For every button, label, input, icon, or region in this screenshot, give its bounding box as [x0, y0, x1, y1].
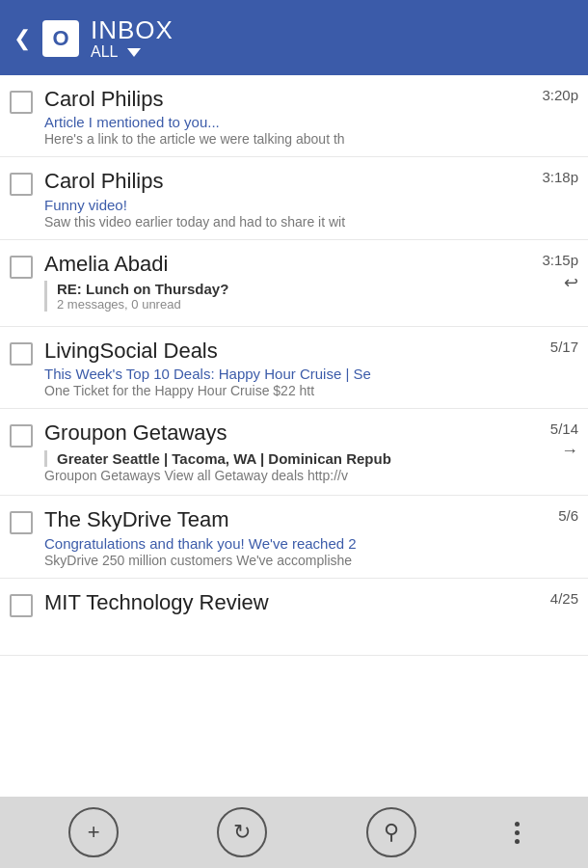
search-icon: ⚲	[384, 820, 399, 845]
more-dot-icon	[515, 839, 520, 844]
email-time: 5/6	[558, 507, 578, 524]
email-meta: 3:20p	[542, 87, 578, 103]
email-thread-box: Greater Seattle | Tacoma, WA | Dominican…	[44, 450, 545, 467]
email-content: Carol Philips Funny video! Saw this vide…	[44, 169, 536, 229]
refresh-button[interactable]: ↻	[217, 807, 267, 857]
email-item[interactable]: Carol Philips Article I mentioned to you…	[0, 75, 588, 157]
email-preview: Here's a link to the article we were tal…	[44, 131, 536, 147]
email-item[interactable]: The SkyDrive Team Congratulations and th…	[0, 496, 588, 578]
subtitle-caret-icon	[127, 48, 141, 57]
email-item[interactable]: Carol Philips Funny video! Saw this vide…	[0, 157, 588, 239]
email-checkbox[interactable]	[10, 342, 33, 366]
inbox-subtitle[interactable]: ALL	[91, 43, 174, 61]
compose-button[interactable]: +	[68, 807, 119, 857]
email-content: Amelia Abadi RE: Lunch on Thursday? 2 me…	[44, 252, 536, 312]
more-menu-button[interactable]	[515, 822, 520, 844]
inbox-title: INBOX	[91, 16, 174, 44]
email-meta: 5/6	[558, 507, 578, 524]
refresh-icon: ↻	[233, 820, 251, 845]
email-subject: This Week's Top 10 Deals: Happy Hour Cru…	[44, 366, 545, 382]
email-item[interactable]: MIT Technology Review 4/25	[0, 579, 588, 656]
email-checkbox[interactable]	[10, 594, 33, 617]
email-item[interactable]: LivingSocial Deals This Week's Top 10 De…	[0, 327, 588, 409]
back-button[interactable]: ❮	[13, 26, 31, 51]
email-time: 3:15p	[542, 252, 578, 268]
header-text: INBOX ALL	[91, 16, 174, 62]
bottom-toolbar: + ↻ ⚲	[0, 797, 588, 868]
email-meta: 4/25	[550, 590, 578, 607]
email-thread-box: RE: Lunch on Thursday? 2 messages, 0 unr…	[44, 281, 536, 312]
email-subject: Congratulations and thank you! We've rea…	[44, 535, 552, 552]
email-meta: 5/14 →	[550, 420, 578, 461]
header: ❮ O INBOX ALL	[0, 0, 588, 75]
email-thread-subject: Greater Seattle | Tacoma, WA | Dominican…	[57, 450, 545, 467]
email-list: Carol Philips Article I mentioned to you…	[0, 75, 588, 797]
email-sender: Amelia Abadi	[44, 252, 536, 277]
email-sender: LivingSocial Deals	[44, 339, 545, 364]
email-meta: 3:15p ↩	[542, 252, 578, 293]
email-item[interactable]: Amelia Abadi RE: Lunch on Thursday? 2 me…	[0, 240, 588, 327]
email-content: MIT Technology Review	[44, 590, 545, 618]
search-button[interactable]: ⚲	[366, 807, 416, 857]
email-subject: Article I mentioned to you...	[44, 114, 536, 130]
email-time: 5/14	[550, 420, 578, 437]
email-preview: Groupon Getaways View all Getaway deals …	[44, 468, 545, 483]
more-dot-icon	[515, 822, 520, 827]
email-checkbox[interactable]	[10, 91, 33, 114]
email-content: The SkyDrive Team Congratulations and th…	[44, 507, 552, 567]
reply-arrow-icon: ↩	[564, 272, 578, 293]
email-thread-info: 2 messages, 0 unread	[57, 297, 536, 312]
forward-arrow-icon: →	[561, 441, 578, 461]
email-checkbox[interactable]	[10, 424, 33, 448]
email-time: 4/25	[550, 590, 578, 607]
email-thread-subject: RE: Lunch on Thursday?	[57, 281, 536, 297]
email-time: 5/17	[550, 339, 578, 355]
more-dot-icon	[515, 830, 520, 835]
email-checkbox[interactable]	[10, 256, 33, 279]
outlook-letter: O	[52, 26, 68, 51]
email-sender: The SkyDrive Team	[44, 507, 552, 532]
email-preview: SkyDrive 250 million customers We've acc…	[44, 553, 552, 568]
email-meta: 3:18p	[542, 169, 578, 185]
email-content: LivingSocial Deals This Week's Top 10 De…	[44, 339, 545, 398]
email-preview: One Ticket for the Happy Hour Cruise $22…	[44, 383, 545, 398]
email-checkbox[interactable]	[10, 511, 33, 534]
compose-icon: +	[88, 820, 100, 845]
email-time: 3:18p	[542, 169, 578, 185]
email-item[interactable]: Groupon Getaways Greater Seattle | Tacom…	[0, 409, 588, 496]
email-subject: Funny video!	[44, 197, 536, 213]
email-meta: 5/17	[550, 339, 578, 355]
email-time: 3:20p	[542, 87, 578, 103]
email-preview: Saw this video earlier today and had to …	[44, 214, 536, 230]
email-sender: Carol Philips	[44, 169, 536, 194]
email-checkbox[interactable]	[10, 173, 33, 196]
email-sender: MIT Technology Review	[44, 590, 545, 615]
email-sender: Groupon Getaways	[44, 420, 545, 446]
email-content: Groupon Getaways Greater Seattle | Tacom…	[44, 420, 545, 482]
email-content: Carol Philips Article I mentioned to you…	[44, 87, 536, 147]
outlook-icon: O	[42, 20, 79, 57]
email-sender: Carol Philips	[44, 87, 536, 112]
